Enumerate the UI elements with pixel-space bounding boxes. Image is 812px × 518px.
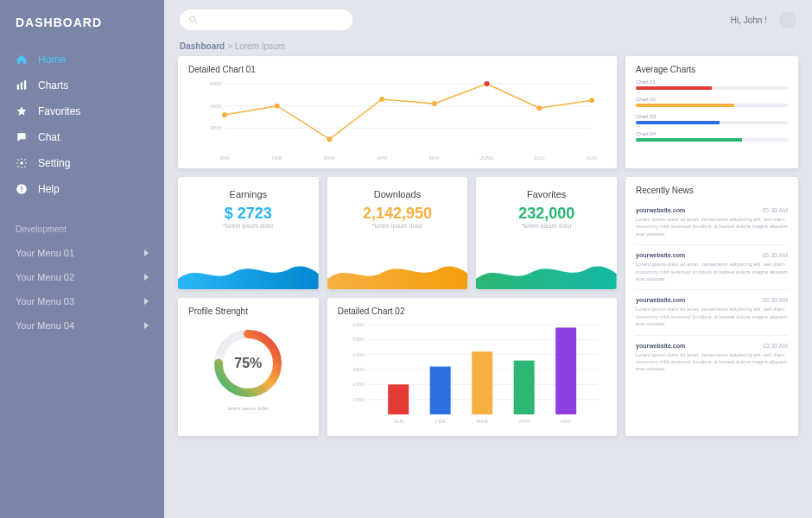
sidebar-item-chat[interactable]: Chat — [0, 124, 164, 150]
sidebar-item-favorites[interactable]: Favorites — [0, 98, 164, 124]
chevron-right-icon — [144, 274, 149, 281]
svg-text:JUNE: JUNE — [480, 155, 494, 161]
svg-text:MAR: MAR — [324, 155, 336, 161]
svg-text:2000: 2000 — [352, 382, 365, 387]
chevron-right-icon — [144, 250, 149, 256]
app-title: DASHBOARD — [0, 16, 164, 47]
news-body: Lorem ipsum dolor sit amet, consectetur … — [636, 261, 788, 282]
svg-text:6000: 6000 — [210, 81, 222, 86]
card-detailed-chart-02: Detailed Chart 02 1000200030004000500060… — [327, 298, 617, 436]
news-time: 10:30 AM — [762, 343, 788, 349]
sidebar-item-label: Setting — [38, 157, 70, 169]
svg-text:MAR: MAR — [476, 419, 488, 424]
search-icon — [188, 15, 199, 25]
avg-bar-row: Chart 03 — [636, 114, 788, 124]
svg-text:JULY: JULY — [533, 155, 545, 161]
card-detailed-chart-01: Detailed Chart 01 200040006000JANFEBMARA… — [178, 56, 617, 168]
svg-point-16 — [275, 104, 280, 109]
content-grid: Detailed Chart 01 200040006000JANFEBMARA… — [164, 56, 812, 518]
avg-bar-label: Chart 01 — [636, 79, 788, 85]
chat-icon — [16, 131, 28, 143]
news-time: 06:30 AM — [762, 252, 788, 258]
news-title: Recently News — [636, 186, 788, 195]
sparkline-area — [178, 255, 319, 289]
news-time: 08:30 AM — [762, 297, 788, 303]
dev-menu-item[interactable]: Your Menu 01 — [0, 241, 164, 265]
svg-rect-1 — [21, 83, 22, 90]
card-average-charts: Average Charts Chart 01Chart 02Chart 03C… — [625, 56, 798, 168]
bar — [513, 361, 534, 414]
dev-item-label: Your Menu 03 — [16, 296, 74, 306]
avg-bar-row: Chart 02 — [636, 97, 788, 107]
news-source: yourwebsite.com — [636, 343, 685, 349]
sparkline-area — [476, 255, 617, 289]
gear-icon — [16, 157, 28, 169]
dev-menu-item[interactable]: Your Menu 04 — [0, 313, 164, 338]
news-body: Lorem ipsum dolor sit amet, consectetur … — [636, 306, 788, 327]
svg-point-20 — [485, 81, 490, 86]
stat-title: Downloads — [338, 189, 458, 199]
svg-point-7 — [190, 16, 195, 22]
svg-text:3000: 3000 — [352, 367, 365, 372]
sidebar-item-help[interactable]: Help — [0, 176, 164, 202]
dev-menu-item[interactable]: Your Menu 02 — [0, 265, 164, 289]
svg-text:APR: APR — [518, 419, 530, 424]
sidebar-item-charts[interactable]: Charts — [0, 73, 164, 98]
sparkline-area — [327, 255, 468, 289]
sidebar-item-label: Charts — [38, 79, 68, 92]
dev-item-label: Your Menu 02 — [16, 272, 74, 282]
card-favorites: Favorites232,000*lorem ipsum dolor — [476, 177, 617, 289]
stat-value: $ 2723 — [188, 205, 308, 223]
progress-bar — [636, 138, 788, 142]
sidebar: DASHBOARD HomeChartsFavoritesChatSetting… — [0, 0, 164, 518]
sidebar-item-label: Home — [38, 54, 66, 66]
news-body: Lorem ipsum dolor sit amet, consectetur … — [636, 351, 788, 373]
sidebar-item-label: Favorites — [38, 105, 80, 117]
news-item[interactable]: yourwebsite.com08:30 AMLorem ipsum dolor… — [636, 290, 788, 335]
svg-text:JAN: JAN — [393, 419, 403, 424]
home-icon — [16, 54, 28, 66]
breadcrumb-root[interactable]: Dashboard — [180, 41, 225, 51]
news-source: yourwebsite.com — [636, 207, 685, 213]
news-item[interactable]: yourwebsite.com06:30 AMLorem ipsum dolor… — [636, 245, 788, 290]
avg-bar-label: Chart 03 — [636, 114, 788, 119]
news-time: 05:30 AM — [762, 207, 788, 213]
stat-title: Earnings — [188, 189, 308, 199]
svg-line-8 — [195, 22, 198, 24]
sidebar-item-home[interactable]: Home — [0, 47, 164, 73]
breadcrumb-current: Lorem Ipsum — [235, 41, 285, 51]
svg-text:6000: 6000 — [352, 322, 365, 327]
svg-text:1000: 1000 — [352, 397, 365, 402]
stat-sub: *lorem ipsum dolor — [338, 223, 458, 229]
topbar: Hi, John ! — [164, 0, 812, 40]
svg-rect-0 — [17, 85, 19, 90]
card-recently-news: Recently News yourwebsite.com05:30 AMLor… — [625, 177, 798, 436]
star-icon — [16, 105, 28, 117]
avg-bar-row: Chart 04 — [636, 131, 788, 142]
svg-text:FEB: FEB — [272, 155, 282, 161]
news-item[interactable]: yourwebsite.com05:30 AMLorem ipsum dolor… — [636, 200, 788, 245]
svg-point-21 — [536, 105, 542, 111]
dev-item-label: Your Menu 01 — [16, 248, 74, 258]
dev-menu-item[interactable]: Your Menu 03 — [0, 289, 164, 313]
progress-bar — [636, 121, 788, 124]
avatar[interactable] — [779, 11, 796, 28]
breadcrumb: Dashboard > Lorem Ipsum — [164, 40, 812, 56]
chart-title: Detailed Chart 01 — [188, 65, 606, 74]
bar-chart: 100020003000400050006000JANFEBMARAPRMAY — [338, 321, 606, 425]
sidebar-item-setting[interactable]: Setting — [0, 150, 164, 176]
svg-text:4000: 4000 — [210, 104, 222, 109]
bar — [555, 327, 576, 414]
bar — [388, 384, 409, 414]
search-input[interactable] — [180, 9, 352, 30]
svg-point-17 — [327, 136, 332, 142]
svg-text:2000: 2000 — [210, 125, 222, 130]
svg-rect-6 — [21, 191, 22, 192]
news-item[interactable]: yourwebsite.com10:30 AMLorem ipsum dolor… — [636, 336, 788, 380]
stat-value: 232,000 — [486, 205, 606, 223]
svg-text:AUG: AUG — [586, 155, 597, 161]
dev-section-label: Development — [0, 202, 164, 241]
chart-title: Detailed Chart 02 — [338, 306, 606, 316]
alert-icon — [16, 183, 28, 195]
bar — [429, 367, 450, 414]
